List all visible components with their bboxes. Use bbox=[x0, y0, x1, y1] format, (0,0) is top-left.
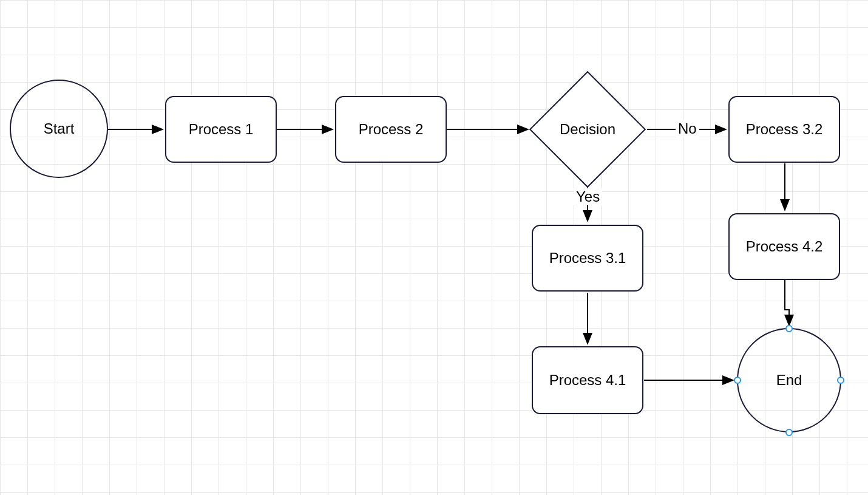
node-end[interactable]: End bbox=[737, 328, 841, 432]
node-process-3-1-label: Process 3.1 bbox=[549, 248, 626, 267]
selection-handle-bottom[interactable] bbox=[785, 429, 793, 436]
node-start-label: Start bbox=[44, 119, 75, 138]
selection-handle-top[interactable] bbox=[785, 325, 793, 332]
node-process-2-label: Process 2 bbox=[359, 120, 424, 138]
edge-label-yes: Yes bbox=[574, 188, 602, 205]
node-process-3-1[interactable]: Process 3.1 bbox=[532, 225, 643, 292]
node-decision-label: Decision bbox=[546, 88, 629, 171]
selection-handle-left[interactable] bbox=[734, 377, 741, 384]
edge-label-no: No bbox=[676, 120, 699, 137]
node-process-3-2[interactable]: Process 3.2 bbox=[728, 96, 840, 163]
diagram-canvas[interactable]: Start Process 1 Process 2 Decision Proce… bbox=[0, 0, 868, 495]
node-process-4-2[interactable]: Process 4.2 bbox=[728, 213, 840, 280]
node-process-4-1-label: Process 4.1 bbox=[549, 370, 626, 389]
node-process-3-2-label: Process 3.2 bbox=[746, 120, 823, 138]
node-end-label: End bbox=[776, 370, 802, 389]
node-process-2[interactable]: Process 2 bbox=[335, 96, 447, 163]
node-process-4-1[interactable]: Process 4.1 bbox=[532, 346, 643, 414]
selection-handle-right[interactable] bbox=[837, 377, 844, 384]
node-decision[interactable]: Decision bbox=[546, 88, 629, 171]
node-process-4-2-label: Process 4.2 bbox=[746, 237, 823, 256]
node-process-1-label: Process 1 bbox=[189, 120, 254, 138]
node-start[interactable]: Start bbox=[10, 80, 108, 178]
node-process-1[interactable]: Process 1 bbox=[165, 96, 277, 163]
